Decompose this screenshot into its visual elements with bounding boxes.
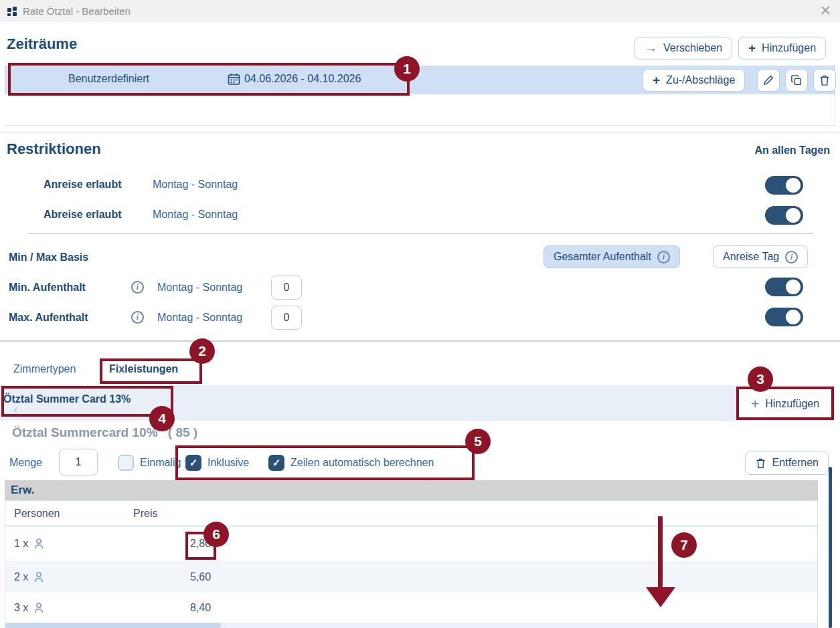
group-header-erw: Erw. [5,480,818,500]
vertical-scrollbar-thumb[interactable] [829,467,832,628]
annotation-marker-5: 5 [465,429,491,454]
pencil-icon [762,74,774,86]
min-aufenthalt-label: Min. Aufenthalt [9,282,86,294]
verschieben-button[interactable]: → Verschieben [635,37,732,60]
delete-button[interactable] [813,69,836,92]
personen-count: 1 x [14,538,28,550]
anreise-value: Montag - Sonntag [153,179,238,191]
max-aufenthalt-label: Max. Aufenthalt [9,312,88,324]
info-icon: i [131,311,144,324]
rate-edit-dialog: Rate Ötztal - Bearbeiten ✕ Zeiträume → V… [0,0,840,628]
person-icon [33,602,45,614]
min-aufenthalt-input[interactable] [271,276,302,300]
abreise-toggle[interactable] [765,206,803,225]
annotation-marker-4: 4 [149,406,175,431]
annotation-marker-6: 6 [203,522,229,547]
trash-icon [819,74,831,86]
plus-icon: + [748,41,756,56]
annotation-marker-1: 1 [394,56,420,82]
all-days-label: An allen Tagen [754,144,830,156]
basis-anreise-tag-button[interactable]: Anreise Tag i [713,245,808,268]
zu-abschlaege-button[interactable]: + Zu-/Abschläge [643,69,745,92]
person-icon [33,571,45,583]
annotation-rect-2 [100,358,202,384]
personen-count: 3 x [14,602,28,614]
annotation-rect-5 [175,445,475,480]
arrow-right-icon: → [645,41,657,56]
max-aufenthalt-days: Montag - Sonntag [157,312,242,324]
info-icon: i [131,281,144,294]
restriktionen-heading: Restriktionen [7,140,101,158]
col-preis: Preis [133,508,157,520]
section-divider [0,340,840,342]
min-aufenthalt-toggle[interactable] [765,278,803,296]
basis-gesamter-aufenthalt-button[interactable]: Gesamter Aufenthalt i [543,245,680,268]
zeitraeume-heading: Zeiträume [7,35,77,53]
duplicate-button[interactable] [785,69,808,92]
dialog-titlebar: Rate Ötztal - Bearbeiten ✕ [0,0,840,22]
plus-icon: + [653,73,660,88]
einmalig-checkbox[interactable] [118,455,134,471]
annotation-rect-1 [8,63,410,96]
abreise-label: Abreise erlaubt [44,209,121,221]
app-icon [7,6,17,17]
anreise-label: Anreise erlaubt [44,179,121,191]
annotation-marker-7: 7 [671,532,697,558]
abreise-value: Montag - Sonntag [153,209,238,221]
min-aufenthalt-days: Montag - Sonntag [157,282,242,294]
preis-value[interactable]: 5,60 [190,571,211,583]
max-aufenthalt-toggle[interactable] [765,308,803,326]
info-icon: i [657,251,670,264]
col-personen: Personen [14,508,60,520]
dialog-title: Rate Ötztal - Bearbeiten [23,5,131,17]
zeitraum-hinzufuegen-button[interactable]: + Hinzufügen [738,37,826,60]
personen-count: 2 x [14,571,28,583]
annotation-rect-3 [736,387,834,420]
annotation-arrow-line [658,516,663,589]
fixleistung-count: ( 85 ) [168,425,197,439]
edit-button[interactable] [757,69,780,92]
entfernen-button[interactable]: Entfernen [745,451,829,475]
table-row[interactable]: 2 x 5,60 [5,562,817,593]
sub-divider [27,233,813,234]
menge-label: Menge [9,457,42,469]
table-header-row: Personen Preis [5,501,817,526]
person-icon [33,538,45,550]
preis-value[interactable]: 8,40 [190,602,211,614]
horizontal-scrollbar-thumb[interactable] [5,623,221,628]
minmax-basis-label: Min / Max Basis [9,251,88,264]
annotation-rect-4 [1,386,173,417]
trash-icon [755,457,766,469]
menge-input[interactable] [59,449,98,476]
annotation-arrow-head [646,587,675,607]
info-icon: i [785,251,798,264]
annotation-marker-2: 2 [189,338,215,364]
anreise-toggle[interactable] [765,176,803,195]
price-table: Personen Preis 1 x 2,80 2 x 5,60 [5,500,818,628]
section-divider [0,132,840,132]
table-row[interactable]: 3 x 8,40 [5,593,817,623]
max-aufenthalt-input[interactable] [271,306,302,330]
tab-zimmertypen[interactable]: Zimmertypen [13,363,76,375]
annotation-marker-3: 3 [748,367,773,392]
close-icon[interactable]: ✕ [819,3,831,19]
copy-icon [790,74,803,86]
